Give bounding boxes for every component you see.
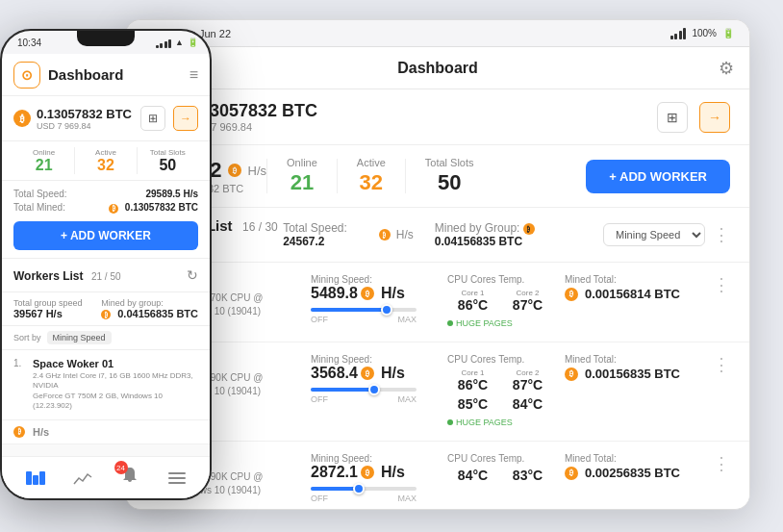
phone-bottom-nav: 24 bbox=[2, 456, 210, 498]
phone-group-speed-label: Total group speed bbox=[13, 298, 83, 308]
add-worker-button[interactable]: + ADD WORKER bbox=[586, 160, 730, 193]
phone-status-icons: ▲ 🔋 bbox=[156, 37, 198, 48]
tablet-status-right: 100% 🔋 bbox=[670, 28, 734, 39]
phone-worker-spec: 2.4 GHz Intel Core i7, 16 GB 1600 MHz DD… bbox=[33, 371, 198, 412]
huge-pages-text-0: HUGE PAGES bbox=[456, 318, 513, 328]
qr-button[interactable]: ⊞ bbox=[657, 102, 688, 133]
tablet-main-content: ₿ 0.13057832 BTC USD 7 969.84 ⊞ → 39567.… bbox=[126, 89, 749, 509]
btc-bar-actions: ⊞ → bbox=[651, 102, 730, 133]
phone-nav-menu[interactable] bbox=[153, 472, 200, 484]
phone-worker-details: Space Woker 01 2.4 GHz Intel Core i7, 16… bbox=[33, 358, 198, 412]
core-grid-2: 84°C 83°C bbox=[447, 468, 553, 483]
phone-nav-chart[interactable] bbox=[59, 471, 106, 485]
phone-btc-usd: USD 7 969.84 bbox=[37, 121, 132, 131]
phone-stats: Online 21 Active 32 Total Slots 50 bbox=[2, 141, 210, 181]
core-2-temp-2: 83°C bbox=[502, 468, 553, 483]
worker-menu-1[interactable]: ⋮ bbox=[713, 354, 730, 375]
phone-refresh-icon[interactable]: ↻ bbox=[187, 267, 198, 283]
worker-menu-0[interactable]: ⋮ bbox=[713, 274, 730, 295]
svg-rect-1 bbox=[33, 475, 38, 485]
slots-label: Total Slots bbox=[425, 157, 474, 168]
tablet-settings-icon[interactable]: ⚙ bbox=[719, 58, 734, 79]
speed-group-info: Total Speed: 24567.2 ₿ H/s Mined by Grou… bbox=[283, 221, 595, 249]
sort-select[interactable]: Mining Speed bbox=[603, 223, 705, 246]
mined-group-label: Mined by Group: ₿ 0.04156835 BTC bbox=[435, 221, 595, 249]
mined-label-0: Mined Total: bbox=[565, 274, 680, 285]
logo-icon: ⊙ bbox=[21, 67, 33, 83]
phone-nav-bell[interactable]: 24 bbox=[106, 467, 153, 489]
phone-btc-section: ₿ 0.13057832 BTC USD 7 969.84 ⊞ → bbox=[2, 96, 210, 141]
mining-slider-2[interactable]: OFF MAX bbox=[311, 487, 436, 503]
cpu-label-1: CPU Cores Temp. bbox=[447, 354, 553, 365]
core-grid-1: Core 1 86°C Core 2 87°C 85°C 84°C bbox=[447, 368, 553, 412]
slider-track-2 bbox=[311, 487, 417, 491]
bell-badge: 24 bbox=[114, 461, 128, 474]
phone-total-speed-value: 29589.5 H/s bbox=[146, 189, 199, 199]
workers-tools: Total Speed: 24567.2 ₿ H/s Mined by Grou… bbox=[283, 221, 730, 249]
phone-settings-icon[interactable]: ≡ bbox=[189, 66, 198, 84]
slider-labels-1: OFF MAX bbox=[311, 394, 417, 404]
phone-worker-item-1[interactable]: 1. Space Woker 01 2.4 GHz Intel Core i7,… bbox=[2, 350, 210, 420]
workers-menu-icon[interactable]: ⋮ bbox=[713, 224, 730, 245]
worker-mining-2: Mining Speed: 2872.1 ₿ H/s OFF MAX bbox=[311, 453, 436, 503]
mining-label-1: Mining Speed: bbox=[311, 354, 436, 365]
worker-mining-1: Mining Speed: 3568.4 ₿ H/s OFF MAX bbox=[311, 354, 436, 404]
phone-time: 10:34 bbox=[13, 38, 41, 48]
phone-total-mined-label: Total Mined: bbox=[13, 202, 65, 214]
mining-label-0: Mining Speed: bbox=[311, 274, 436, 285]
mined-group-value: 0.04156835 BTC bbox=[435, 235, 522, 248]
svg-rect-3 bbox=[168, 472, 186, 474]
core-2-label-0: Core 2 87°C bbox=[502, 289, 553, 313]
phone-nav-home[interactable] bbox=[12, 471, 59, 485]
phone-group-speed-value: 39567 H/s bbox=[13, 308, 83, 319]
mining-value-0: 5489.8 ₿ H/s bbox=[311, 285, 436, 302]
tablet-frame: 10:34 Mon Jun 22 100% 🔋 Dashboard ⚙ ₿ 0.… bbox=[125, 19, 750, 510]
battery-icon: 🔋 bbox=[722, 28, 734, 38]
core-1-label-0: Core 1 86°C bbox=[447, 289, 498, 313]
tablet-header-right: ⚙ bbox=[719, 58, 734, 79]
core-1-temp-1: 86°C bbox=[447, 377, 498, 393]
mined-total-2: Mined Total: ₿ 0.00256835 BTC bbox=[565, 453, 680, 480]
phone-btc-info: 0.13057832 BTC USD 7 969.84 bbox=[37, 107, 132, 131]
active-stat: Active 32 bbox=[338, 157, 405, 195]
phone-speed-partial: H/s bbox=[33, 426, 49, 438]
phone-active-label: Active bbox=[75, 148, 136, 157]
tablet-header-title: Dashboard bbox=[397, 60, 478, 77]
btc-bar: ₿ 0.13057832 BTC USD 7 969.84 ⊞ → bbox=[126, 89, 749, 145]
phone-workers-count: 21 / 50 bbox=[91, 271, 121, 282]
tablet-battery: 100% bbox=[692, 28, 717, 38]
worker-card-2: Station 02 Core(TM) i7-5890K CPU @ 64GB … bbox=[126, 442, 749, 509]
phone-qr-button[interactable]: ⊞ bbox=[140, 106, 165, 131]
slider-thumb-1[interactable] bbox=[368, 384, 380, 395]
phone-speed-section: Total Speed: 29589.5 H/s Total Mined: ₿ … bbox=[2, 181, 210, 259]
phone-online-label: Online bbox=[13, 148, 74, 157]
slider-fill-1 bbox=[311, 388, 374, 392]
online-value: 21 bbox=[287, 170, 317, 195]
phone-sort-value[interactable]: Mining Speed bbox=[47, 331, 112, 344]
phone-send-button[interactable]: → bbox=[173, 106, 198, 131]
worker-menu-2[interactable]: ⋮ bbox=[713, 453, 730, 474]
mining-slider-0[interactable]: OFF MAX bbox=[311, 308, 436, 324]
phone-frame: 10:34 ▲ 🔋 ⊙ Dashboard ≡ ₿ 0.13057832 BTC… bbox=[0, 29, 212, 500]
phone-add-worker-button[interactable]: + ADD WORKER bbox=[13, 221, 198, 250]
slider-fill-2 bbox=[311, 487, 359, 491]
core-grid-0: Core 1 86°C Core 2 87°C bbox=[447, 289, 553, 313]
phone-total-mined-row: Total Mined: ₿ 0.13057832 BTC bbox=[13, 202, 198, 214]
tablet-app-header: Dashboard ⚙ bbox=[126, 47, 749, 89]
mined-total-1: Mined Total: ₿ 0.00156835 BTC bbox=[565, 354, 680, 381]
worker-mining-0: Mining Speed: 5489.8 ₿ H/s OFF MAX bbox=[311, 274, 436, 324]
speed-unit: H/s bbox=[248, 164, 267, 178]
send-button[interactable]: → bbox=[699, 102, 730, 133]
mined-label-t1: Mined Total: bbox=[565, 354, 680, 365]
slider-thumb-2[interactable] bbox=[353, 483, 365, 494]
workers-header: Workers List 16 / 30 ↻ Total Speed: 2456… bbox=[126, 208, 749, 263]
mining-value-2: 2872.1 ₿ H/s bbox=[311, 464, 436, 481]
slider-track-1 bbox=[311, 388, 417, 392]
phone-wifi-icon: ▲ bbox=[175, 38, 184, 47]
phone-battery-icon: 🔋 bbox=[188, 38, 198, 47]
tablet-status-bar: 10:34 Mon Jun 22 100% 🔋 bbox=[126, 20, 749, 47]
phone-total-speed-row: Total Speed: 29589.5 H/s bbox=[13, 189, 198, 199]
phone-workers-header: Workers List 21 / 50 ↻ bbox=[2, 259, 210, 292]
mining-slider-1[interactable]: OFF MAX bbox=[311, 388, 436, 404]
phone-content: ₿ 0.13057832 BTC USD 7 969.84 ⊞ → Online… bbox=[2, 96, 210, 498]
